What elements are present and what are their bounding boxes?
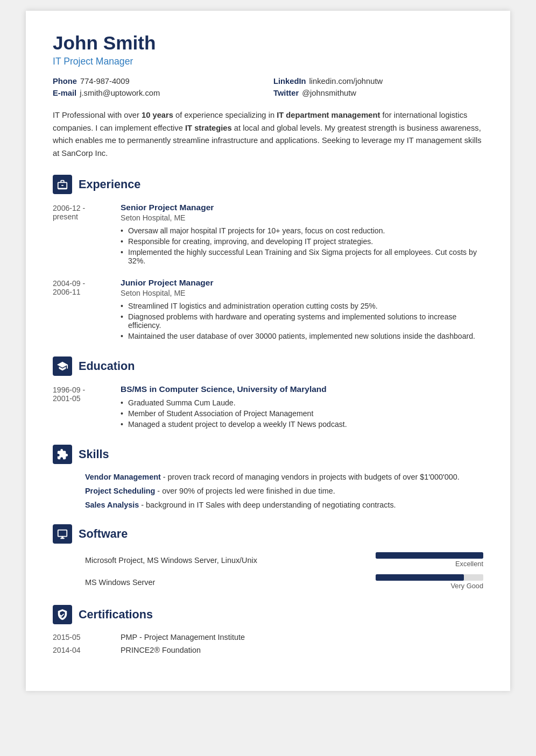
exp-bullets-2: Streamlined IT logistics and administrat… [121, 301, 483, 341]
skill-name-1: Vendor Management [85, 473, 161, 481]
skills-title: Skills [79, 447, 109, 461]
contact-phone: Phone774-987-4009 [53, 77, 263, 85]
exp-entry-1: 2006-12 -present Senior Project Manager … [53, 203, 483, 266]
exp-content-2: Junior Project Manager Seton Hospital, M… [121, 278, 483, 341]
certifications-header: Certifications [53, 605, 483, 624]
skill-desc-3: - background in IT Sales with deep under… [139, 501, 396, 509]
software-bar-fill-1 [376, 552, 483, 559]
bullet-item: Maintained the user database of over 300… [121, 331, 483, 341]
software-bar-wrap-2: Very Good [365, 574, 483, 590]
exp-bullets-1: Oversaw all major hospital IT projects f… [121, 225, 483, 266]
contact-email: E-mailj.smith@uptowork.com [53, 89, 263, 97]
edu-content-1: BS/MS in Computer Science, University of… [121, 384, 483, 430]
bullet-item: Streamlined IT logistics and administrat… [121, 301, 483, 311]
skill-item-1: Vendor Management - proven track record … [53, 473, 483, 481]
software-bar-wrap-1: Excellent [365, 552, 483, 568]
software-header: Software [53, 524, 483, 544]
software-section: Software Microsoft Project, MS Windows S… [53, 524, 483, 590]
experience-header: Experience [53, 175, 483, 194]
bullet-item: Implemented the highly successful Lean T… [121, 247, 483, 266]
briefcase-icon [57, 179, 68, 190]
exp-role-1: Senior Project Manager [121, 203, 483, 212]
bullet-item: Oversaw all major hospital IT projects f… [121, 225, 483, 236]
skills-header: Skills [53, 445, 483, 464]
cert-name-2: PRINCE2® Foundation [121, 646, 483, 654]
edu-degree-1: BS/MS in Computer Science, University of… [121, 384, 483, 394]
software-bar-1 [376, 552, 483, 559]
software-item-2: MS Windows Server Very Good [53, 574, 483, 590]
email-label: E-mail [53, 89, 76, 97]
cert-entry-2: 2014-04 PRINCE2® Foundation [53, 646, 483, 654]
software-level-1: Excellent [455, 560, 483, 568]
svg-rect-0 [61, 185, 64, 186]
certifications-title: Certifications [79, 608, 153, 622]
software-item-1: Microsoft Project, MS Windows Server, Li… [53, 552, 483, 568]
education-title: Education [79, 359, 135, 373]
contact-linkedin: LinkedInlinkedin.com/johnutw [273, 77, 483, 85]
bullet-item: Member of Student Association of Project… [121, 408, 483, 419]
contact-grid: Phone774-987-4009 LinkedInlinkedin.com/j… [53, 77, 483, 97]
twitter-value: @johnsmithutw [302, 89, 356, 97]
skills-icon [53, 445, 72, 464]
exp-date-2: 2004-09 -2006-11 [53, 278, 112, 341]
skills-section: Skills Vendor Management - proven track … [53, 445, 483, 509]
experience-icon [53, 175, 72, 194]
exp-role-2: Junior Project Manager [121, 278, 483, 288]
education-section: Education 1996-09 -2001-05 BS/MS in Comp… [53, 356, 483, 430]
software-level-2: Very Good [451, 582, 483, 590]
edu-bullets-1: Graduated Summa Cum Laude. Member of Stu… [121, 397, 483, 430]
exp-content-1: Senior Project Manager Seton Hospital, M… [121, 203, 483, 266]
summary-section: IT Professional with over 10 years of ex… [53, 109, 483, 160]
puzzle-icon [57, 448, 68, 460]
phone-value: 774-987-4009 [80, 77, 130, 85]
bullet-item: Graduated Summa Cum Laude. [121, 397, 483, 408]
software-bar-2 [376, 574, 483, 581]
edu-date-1: 1996-09 -2001-05 [53, 384, 112, 430]
exp-entry-2: 2004-09 -2006-11 Junior Project Manager … [53, 278, 483, 341]
exp-company-1: Seton Hospital, ME [121, 213, 483, 222]
resume-document: John Smith IT Project Manager Phone774-9… [26, 11, 510, 691]
skill-name-2: Project Scheduling [85, 487, 155, 495]
email-value: j.smith@uptowork.com [80, 89, 160, 97]
header-section: John Smith IT Project Manager [53, 32, 483, 67]
exp-company-2: Seton Hospital, ME [121, 289, 483, 297]
phone-label: Phone [53, 77, 77, 85]
cert-date-1: 2015-05 [53, 633, 112, 641]
certifications-section: Certifications 2015-05 PMP - Project Man… [53, 605, 483, 654]
software-name-1: Microsoft Project, MS Windows Server, Li… [85, 556, 365, 565]
bullet-item: Managed a student project to develop a w… [121, 419, 483, 430]
edu-entry-1: 1996-09 -2001-05 BS/MS in Computer Scien… [53, 384, 483, 430]
software-name-2: MS Windows Server [85, 578, 365, 587]
software-title: Software [79, 527, 128, 541]
contact-twitter: Twitter@johnsmithutw [273, 89, 483, 97]
bullet-item: Responsible for creating, improving, and… [121, 236, 483, 247]
full-name: John Smith [53, 32, 483, 54]
graduation-cap-icon [57, 360, 68, 372]
certifications-icon [53, 605, 72, 624]
education-header: Education [53, 356, 483, 376]
skill-item-2: Project Scheduling - over 90% of project… [53, 487, 483, 495]
bullet-item: Diagnosed problems with hardware and ope… [121, 311, 483, 331]
software-bar-fill-2 [376, 574, 464, 581]
certificate-icon [57, 609, 68, 621]
cert-entry-1: 2015-05 PMP - Project Management Institu… [53, 633, 483, 641]
linkedin-value: linkedin.com/johnutw [309, 77, 383, 85]
skill-desc-2: - over 90% of projects led were finished… [155, 487, 335, 495]
twitter-label: Twitter [273, 89, 299, 97]
exp-date-1: 2006-12 -present [53, 203, 112, 266]
linkedin-label: LinkedIn [273, 77, 306, 85]
software-icon [53, 524, 72, 544]
monitor-icon [57, 528, 68, 540]
cert-name-1: PMP - Project Management Institute [121, 633, 483, 641]
skill-desc-1: - proven track record of managing vendor… [161, 473, 460, 481]
cert-date-2: 2014-04 [53, 646, 112, 654]
job-title: IT Project Manager [53, 56, 483, 67]
skill-name-3: Sales Analysis [85, 501, 139, 509]
experience-title: Experience [79, 177, 140, 191]
education-icon [53, 356, 72, 376]
experience-section: Experience 2006-12 -present Senior Proje… [53, 175, 483, 341]
skill-item-3: Sales Analysis - background in IT Sales … [53, 501, 483, 509]
